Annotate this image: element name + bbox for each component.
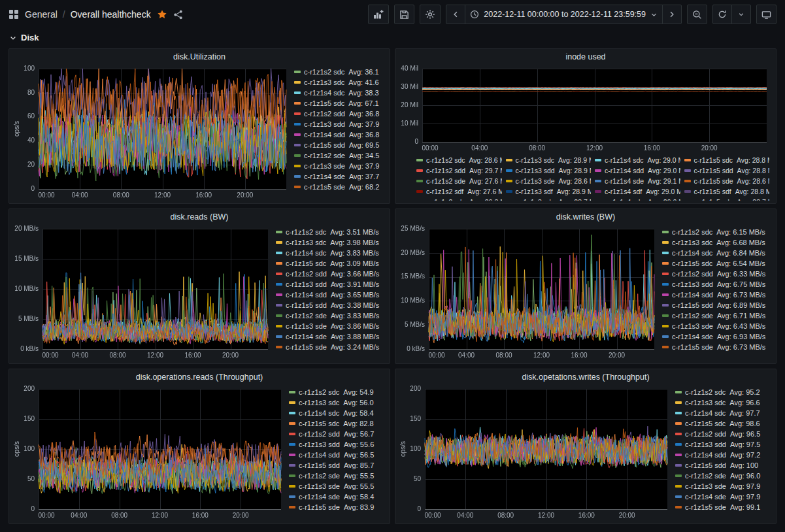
- legend-item[interactable]: c-r1z1s3 sddAvg: 3.91 MB/s: [276, 279, 386, 290]
- legend-item[interactable]: c-r1z1s3 sdeAvg: 37.9: [294, 161, 386, 171]
- series-name[interactable]: c-r1z1s3 sdf: [516, 188, 553, 195]
- timeseries-chart[interactable]: [399, 225, 660, 361]
- legend-item[interactable]: c-r1z1s3 sdcAvg: 28.9 Mil: [506, 155, 592, 165]
- series-name[interactable]: c-r1z1s4 sde: [672, 333, 713, 341]
- cycle-view-button[interactable]: [756, 5, 777, 24]
- time-forward-button[interactable]: [662, 5, 682, 24]
- legend-item[interactable]: c-r1z1s4 sdgAvg: 29.0 Mil: [595, 197, 680, 201]
- time-range-button[interactable]: 2022-12-11 00:00:00 to 2022-12-11 23:59:…: [465, 5, 663, 24]
- series-name[interactable]: c-r1z1s2 sde: [286, 312, 327, 320]
- series-name[interactable]: c-r1z1s3 sde: [299, 482, 340, 490]
- series-name[interactable]: c-r1z1s3 sdc: [685, 399, 726, 407]
- series-name[interactable]: c-r1z1s4 sdd: [672, 291, 713, 299]
- legend-item[interactable]: c-r1z1s2 sdeAvg: 34.5: [294, 150, 386, 161]
- legend-item[interactable]: c-r1z1s4 sddAvg: 3.65 MB/s: [276, 290, 386, 300]
- series-name[interactable]: c-r1z1s3 sdc: [299, 399, 339, 407]
- series-name[interactable]: c-r1z1s3 sde: [516, 177, 555, 185]
- legend-item[interactable]: c-r1z1s5 sdeAvg: 3.24 MB/s: [276, 342, 386, 352]
- legend-item[interactable]: c-r1z1s5 sddAvg: 85.7: [289, 460, 386, 471]
- series-name[interactable]: c-r1z1s5 sdc: [685, 420, 726, 427]
- legend-item[interactable]: c-r1z1s5 sdcAvg: 82.8: [289, 418, 386, 429]
- refresh-interval-button[interactable]: [731, 5, 751, 24]
- chart-area[interactable]: [399, 225, 660, 361]
- series-name[interactable]: c-r1z1s2 sdc: [426, 156, 465, 164]
- legend-item[interactable]: c-r1z1s2 sdgAvg: 29.3 Mil: [416, 197, 502, 201]
- time-back-button[interactable]: [446, 5, 465, 24]
- legend-item[interactable]: c-r1z1s4 sdeAvg: 3.88 MB/s: [276, 331, 386, 342]
- chart-area[interactable]: [399, 65, 772, 154]
- series-name[interactable]: c-r1z1s5 sdd: [672, 301, 713, 309]
- legend-item[interactable]: c-r1z1s3 sddAvg: 28.9 Mil: [506, 165, 592, 176]
- legend-item[interactable]: c-r1z1s2 sdcAvg: 6.15 MB/s: [662, 227, 772, 237]
- series-name[interactable]: c-r1z1s2 sdc: [299, 388, 339, 396]
- legend-item[interactable]: c-r1z1s4 sddAvg: 6.73 MB/s: [662, 290, 772, 300]
- legend-item[interactable]: c-r1z1s5 sddAvg: 6.89 MB/s: [662, 300, 772, 310]
- legend-item[interactable]: c-r1z1s3 sdeAvg: 3.86 MB/s: [276, 321, 386, 331]
- legend-item[interactable]: c-r1z1s4 sdeAvg: 58.4: [289, 491, 386, 502]
- series-name[interactable]: c-r1z1s4 sdc: [605, 156, 644, 164]
- legend-item[interactable]: c-r1z1s2 sdeAvg: 96.0: [675, 471, 772, 481]
- dashboard-settings-button[interactable]: [420, 5, 441, 24]
- timeseries-chart[interactable]: [13, 385, 286, 521]
- legend-item[interactable]: c-r1z1s2 sddAvg: 56.7: [289, 429, 386, 439]
- series-name[interactable]: c-r1z1s3 sdg: [516, 198, 555, 201]
- legend-item[interactable]: c-r1z1s2 sdcAvg: 95.2: [675, 387, 772, 397]
- legend-item[interactable]: c-r1z1s5 sdgAvg: 28.7 Mil: [684, 197, 770, 201]
- legend-item[interactable]: c-r1z1s2 sdfAvg: 27.6 Mil: [416, 186, 502, 197]
- legend-item[interactable]: c-r1z1s2 sdeAvg: 6.71 MB/s: [662, 310, 772, 321]
- legend-item[interactable]: c-r1z1s2 sdcAvg: 54.9: [289, 387, 386, 397]
- series-name[interactable]: c-r1z1s2 sdg: [426, 198, 465, 201]
- legend-item[interactable]: c-r1z1s5 sdcAvg: 98.6: [675, 418, 772, 429]
- series-name[interactable]: c-r1z1s3 sdd: [299, 441, 340, 448]
- series-name[interactable]: c-r1z1s5 sde: [286, 343, 327, 351]
- chart-area[interactable]: [13, 225, 273, 361]
- series-name[interactable]: c-r1z1s3 sde: [286, 322, 327, 330]
- series-name[interactable]: c-r1z1s4 sde: [304, 173, 345, 180]
- series-name[interactable]: c-r1z1s5 sdc: [299, 420, 339, 427]
- series-name[interactable]: c-r1z1s4 sdc: [672, 249, 712, 257]
- series-name[interactable]: c-r1z1s3 sdd: [685, 441, 726, 448]
- legend-item[interactable]: c-r1z1s4 sdcAvg: 6.84 MB/s: [662, 248, 772, 258]
- series-name[interactable]: c-r1z1s4 sdc: [286, 249, 326, 257]
- series-name[interactable]: c-r1z1s4 sdc: [299, 409, 339, 417]
- series-name[interactable]: c-r1z1s5 sdg: [694, 198, 733, 201]
- series-name[interactable]: c-r1z1s2 sdd: [304, 110, 345, 118]
- series-name[interactable]: c-r1z1s5 sdc: [304, 99, 344, 107]
- legend-item[interactable]: c-r1z1s3 sdeAvg: 55.5: [289, 481, 386, 491]
- legend-item[interactable]: c-r1z1s5 sdcAvg: 67.1: [294, 98, 386, 108]
- series-name[interactable]: c-r1z1s3 sdc: [516, 156, 555, 164]
- legend-item[interactable]: c-r1z1s5 sdeAvg: 99.1: [675, 502, 772, 512]
- series-name[interactable]: c-r1z1s5 sde: [304, 183, 345, 191]
- legend-item[interactable]: c-r1z1s5 sddAvg: 69.5: [294, 140, 386, 150]
- legend-item[interactable]: c-r1z1s3 sdeAvg: 97.9: [675, 481, 772, 491]
- legend-item[interactable]: c-r1z1s2 sdeAvg: 27.6 Mil: [416, 176, 502, 186]
- series-name[interactable]: c-r1z1s4 sde: [605, 177, 644, 185]
- legend-item[interactable]: c-r1z1s3 sdfAvg: 28.9 Mil: [506, 186, 592, 197]
- legend-item[interactable]: c-r1z1s2 sddAvg: 3.66 MB/s: [276, 269, 386, 279]
- series-name[interactable]: c-r1z1s3 sdd: [286, 280, 327, 288]
- legend-item[interactable]: c-r1z1s5 sddAvg: 3.38 MB/s: [276, 300, 386, 310]
- series-name[interactable]: c-r1z1s4 sdf: [605, 188, 642, 195]
- legend-item[interactable]: c-r1z1s5 sdcAvg: 3.09 MB/s: [276, 258, 386, 269]
- series-name[interactable]: c-r1z1s5 sdf: [694, 188, 731, 195]
- legend-item[interactable]: c-r1z1s2 sdcAvg: 28.6 Mil: [416, 155, 502, 165]
- legend-item[interactable]: c-r1z1s5 sdcAvg: 6.54 MB/s: [662, 258, 772, 269]
- legend-item[interactable]: c-r1z1s5 sddAvg: 28.8 Mil: [684, 165, 770, 176]
- series-name[interactable]: c-r1z1s2 sde: [672, 312, 713, 320]
- timeseries-chart[interactable]: [13, 65, 292, 201]
- legend-item[interactable]: c-r1z1s4 sdeAvg: 97.9: [675, 491, 772, 502]
- star-icon[interactable]: [157, 9, 167, 20]
- series-name[interactable]: c-r1z1s2 sdd: [426, 167, 465, 175]
- breadcrumb-folder[interactable]: General: [25, 9, 58, 20]
- series-name[interactable]: c-r1z1s2 sdc: [672, 228, 712, 236]
- series-name[interactable]: c-r1z1s2 sdd: [672, 270, 713, 278]
- series-name[interactable]: c-r1z1s2 sdf: [426, 188, 463, 195]
- series-name[interactable]: c-r1z1s5 sdc: [286, 259, 326, 267]
- legend-item[interactable]: c-r1z1s3 sdcAvg: 41.6: [294, 77, 386, 88]
- series-name[interactable]: c-r1z1s5 sdd: [685, 461, 726, 469]
- series-name[interactable]: c-r1z1s5 sdd: [299, 461, 340, 469]
- series-name[interactable]: c-r1z1s4 sde: [685, 493, 726, 501]
- series-name[interactable]: c-r1z1s2 sde: [299, 472, 340, 480]
- legend-item[interactable]: c-r1z1s2 sdeAvg: 55.5: [289, 471, 386, 481]
- legend-item[interactable]: c-r1z1s3 sdgAvg: 28.7 Mil: [506, 197, 592, 201]
